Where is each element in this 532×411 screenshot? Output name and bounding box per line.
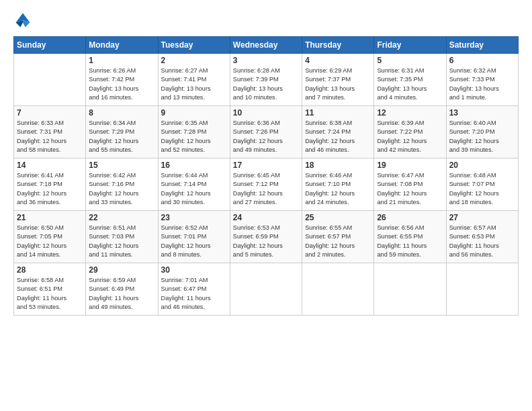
day-number: 12 (377, 108, 443, 118)
calendar-cell (446, 263, 518, 316)
day-info: Sunrise: 6:34 AMSunset: 7:29 PMDaylight:… (89, 119, 154, 154)
calendar-cell: 4Sunrise: 6:29 AMSunset: 7:37 PMDaylight… (302, 54, 374, 106)
day-number: 13 (449, 108, 515, 118)
calendar-cell: 21Sunrise: 6:50 AMSunset: 7:05 PMDayligh… (14, 211, 86, 263)
calendar-table: SundayMondayTuesdayWednesdayThursdayFrid… (13, 36, 519, 316)
day-info: Sunrise: 6:32 AMSunset: 7:33 PMDaylight:… (449, 66, 515, 102)
day-number: 6 (449, 56, 515, 65)
calendar-cell: 23Sunrise: 6:52 AMSunset: 7:01 PMDayligh… (158, 211, 230, 263)
day-number: 8 (89, 108, 154, 118)
day-info: Sunrise: 6:38 AMSunset: 7:24 PMDaylight:… (305, 119, 371, 154)
day-number: 14 (17, 161, 83, 170)
calendar-cell: 14Sunrise: 6:41 AMSunset: 7:18 PMDayligh… (14, 158, 86, 211)
day-info: Sunrise: 6:47 AMSunset: 7:08 PMDaylight:… (377, 171, 443, 207)
calendar-cell: 19Sunrise: 6:47 AMSunset: 7:08 PMDayligh… (374, 158, 446, 211)
day-info: Sunrise: 6:52 AMSunset: 7:01 PMDaylight:… (161, 224, 227, 259)
day-info: Sunrise: 6:29 AMSunset: 7:37 PMDaylight:… (305, 66, 371, 102)
day-header-tuesday: Tuesday (158, 37, 230, 54)
day-number: 7 (17, 108, 83, 118)
calendar-cell: 8Sunrise: 6:34 AMSunset: 7:29 PMDaylight… (86, 106, 158, 158)
day-info: Sunrise: 6:31 AMSunset: 7:35 PMDaylight:… (377, 66, 443, 102)
day-info: Sunrise: 6:58 AMSunset: 6:51 PMDaylight:… (17, 276, 83, 312)
day-number: 23 (161, 213, 227, 222)
day-info: Sunrise: 6:50 AMSunset: 7:05 PMDaylight:… (17, 224, 83, 259)
day-info: Sunrise: 6:56 AMSunset: 6:55 PMDaylight:… (377, 224, 443, 259)
calendar-cell: 2Sunrise: 6:27 AMSunset: 7:41 PMDaylight… (158, 54, 230, 106)
day-info: Sunrise: 6:59 AMSunset: 6:49 PMDaylight:… (89, 276, 154, 312)
day-info: Sunrise: 6:40 AMSunset: 7:20 PMDaylight:… (449, 119, 515, 154)
calendar-cell: 3Sunrise: 6:28 AMSunset: 7:39 PMDaylight… (230, 54, 302, 106)
day-number: 11 (305, 108, 371, 118)
day-info: Sunrise: 6:28 AMSunset: 7:39 PMDaylight:… (233, 66, 299, 102)
day-number: 30 (161, 265, 227, 275)
calendar-cell: 11Sunrise: 6:38 AMSunset: 7:24 PMDayligh… (302, 106, 374, 158)
calendar-cell (374, 263, 446, 316)
calendar-cell: 20Sunrise: 6:48 AMSunset: 7:07 PMDayligh… (446, 158, 518, 211)
calendar-cell: 13Sunrise: 6:40 AMSunset: 7:20 PMDayligh… (446, 106, 518, 158)
calendar-week-2: 7Sunrise: 6:33 AMSunset: 7:31 PMDaylight… (14, 106, 519, 158)
day-number: 26 (377, 213, 443, 222)
day-info: Sunrise: 6:57 AMSunset: 6:53 PMDaylight:… (449, 224, 515, 259)
day-number: 17 (233, 161, 299, 170)
day-info: Sunrise: 6:41 AMSunset: 7:18 PMDaylight:… (17, 171, 83, 207)
calendar-cell: 10Sunrise: 6:36 AMSunset: 7:26 PMDayligh… (230, 106, 302, 158)
day-number: 9 (161, 108, 227, 118)
calendar-week-5: 28Sunrise: 6:58 AMSunset: 6:51 PMDayligh… (14, 263, 519, 316)
day-info: Sunrise: 6:42 AMSunset: 7:16 PMDaylight:… (89, 171, 154, 207)
calendar-cell: 5Sunrise: 6:31 AMSunset: 7:35 PMDaylight… (374, 54, 446, 106)
calendar-week-4: 21Sunrise: 6:50 AMSunset: 7:05 PMDayligh… (14, 211, 519, 263)
day-info: Sunrise: 6:55 AMSunset: 6:57 PMDaylight:… (305, 224, 371, 259)
logo-icon (13, 11, 32, 30)
calendar-cell: 26Sunrise: 6:56 AMSunset: 6:55 PMDayligh… (374, 211, 446, 263)
day-info: Sunrise: 7:01 AMSunset: 6:47 PMDaylight:… (161, 276, 227, 312)
day-header-thursday: Thursday (302, 37, 374, 54)
calendar-cell: 30Sunrise: 7:01 AMSunset: 6:47 PMDayligh… (158, 263, 230, 316)
day-info: Sunrise: 6:45 AMSunset: 7:12 PMDaylight:… (233, 171, 299, 207)
day-number: 16 (161, 161, 227, 170)
day-info: Sunrise: 6:53 AMSunset: 6:59 PMDaylight:… (233, 224, 299, 259)
day-number: 5 (377, 56, 443, 65)
day-number: 29 (89, 265, 154, 275)
day-info: Sunrise: 6:46 AMSunset: 7:10 PMDaylight:… (305, 171, 371, 207)
header (13, 11, 519, 30)
calendar-cell: 29Sunrise: 6:59 AMSunset: 6:49 PMDayligh… (86, 263, 158, 316)
day-number: 22 (89, 213, 154, 222)
day-info: Sunrise: 6:26 AMSunset: 7:42 PMDaylight:… (89, 66, 154, 102)
day-info: Sunrise: 6:33 AMSunset: 7:31 PMDaylight:… (17, 119, 83, 154)
day-number: 21 (17, 213, 83, 222)
calendar-cell: 9Sunrise: 6:35 AMSunset: 7:28 PMDaylight… (158, 106, 230, 158)
day-number: 27 (449, 213, 515, 222)
day-number: 28 (17, 265, 83, 275)
calendar-cell: 28Sunrise: 6:58 AMSunset: 6:51 PMDayligh… (14, 263, 86, 316)
day-info: Sunrise: 6:36 AMSunset: 7:26 PMDaylight:… (233, 119, 299, 154)
calendar-cell: 7Sunrise: 6:33 AMSunset: 7:31 PMDaylight… (14, 106, 86, 158)
calendar-cell: 17Sunrise: 6:45 AMSunset: 7:12 PMDayligh… (230, 158, 302, 211)
day-number: 1 (89, 56, 154, 65)
day-header-sunday: Sunday (14, 37, 86, 54)
calendar-cell: 24Sunrise: 6:53 AMSunset: 6:59 PMDayligh… (230, 211, 302, 263)
day-info: Sunrise: 6:51 AMSunset: 7:03 PMDaylight:… (89, 224, 154, 259)
day-number: 18 (305, 161, 371, 170)
day-number: 15 (89, 161, 154, 170)
day-header-friday: Friday (374, 37, 446, 54)
calendar-cell: 12Sunrise: 6:39 AMSunset: 7:22 PMDayligh… (374, 106, 446, 158)
calendar-cell: 1Sunrise: 6:26 AMSunset: 7:42 PMDaylight… (86, 54, 158, 106)
calendar-cell: 16Sunrise: 6:44 AMSunset: 7:14 PMDayligh… (158, 158, 230, 211)
day-number: 20 (449, 161, 515, 170)
day-info: Sunrise: 6:39 AMSunset: 7:22 PMDaylight:… (377, 119, 443, 154)
day-number: 10 (233, 108, 299, 118)
day-info: Sunrise: 6:27 AMSunset: 7:41 PMDaylight:… (161, 66, 227, 102)
calendar-week-3: 14Sunrise: 6:41 AMSunset: 7:18 PMDayligh… (14, 158, 519, 211)
calendar-cell (230, 263, 302, 316)
day-header-monday: Monday (86, 37, 158, 54)
calendar-week-1: 1Sunrise: 6:26 AMSunset: 7:42 PMDaylight… (14, 54, 519, 106)
calendar-cell: 27Sunrise: 6:57 AMSunset: 6:53 PMDayligh… (446, 211, 518, 263)
calendar-cell: 25Sunrise: 6:55 AMSunset: 6:57 PMDayligh… (302, 211, 374, 263)
calendar-cell: 22Sunrise: 6:51 AMSunset: 7:03 PMDayligh… (86, 211, 158, 263)
calendar-cell (14, 54, 86, 106)
day-number: 24 (233, 213, 299, 222)
day-number: 19 (377, 161, 443, 170)
calendar-cell: 15Sunrise: 6:42 AMSunset: 7:16 PMDayligh… (86, 158, 158, 211)
calendar-header-row: SundayMondayTuesdayWednesdayThursdayFrid… (14, 37, 519, 54)
day-number: 25 (305, 213, 371, 222)
